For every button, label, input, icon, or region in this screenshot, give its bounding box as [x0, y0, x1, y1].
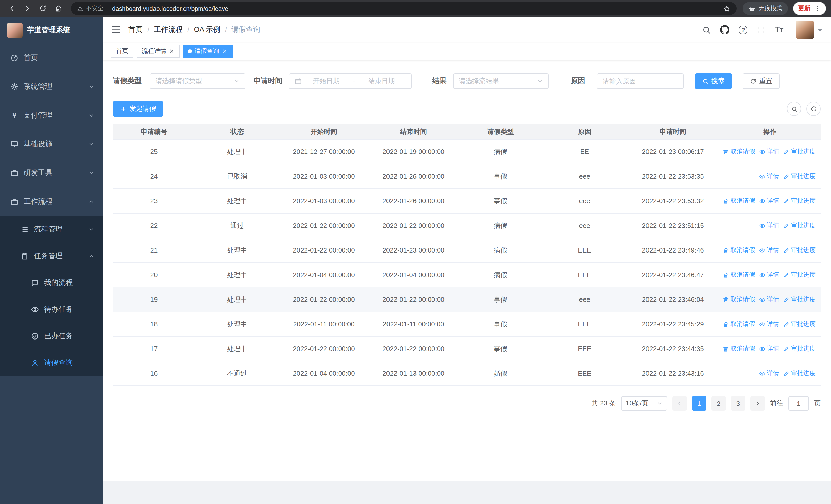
sidebar-item-infra[interactable]: 基础设施	[0, 130, 103, 158]
approval-progress-link[interactable]: 审批进度	[783, 295, 815, 304]
sidebar-item-done-tasks[interactable]: 已办任务	[0, 323, 103, 350]
eye-icon	[759, 272, 765, 278]
approval-progress-link[interactable]: 审批进度	[783, 246, 815, 255]
next-page-button[interactable]	[750, 396, 765, 411]
detail-link[interactable]: 详情	[759, 172, 779, 181]
security-indicator[interactable]: 不安全	[77, 5, 104, 12]
font-size-icon[interactable]: TT	[775, 25, 783, 34]
sidebar-item-label: 我的流程	[44, 278, 73, 288]
prev-page-button[interactable]	[672, 396, 687, 411]
goto-page-input[interactable]	[789, 396, 809, 411]
refresh-table-button[interactable]	[806, 101, 821, 116]
user-menu[interactable]	[796, 21, 823, 39]
tab-leave-query[interactable]: 请假查询	[183, 45, 232, 58]
browser-update-menu-button[interactable]: 更新	[793, 2, 826, 15]
leave-type-select[interactable]: 请选择请假类型	[150, 73, 245, 89]
filter-label: 申请时间	[254, 77, 282, 86]
tab-home[interactable]: 首页	[111, 45, 134, 58]
detail-link[interactable]: 详情	[759, 270, 779, 279]
create-leave-button[interactable]: 发起请假	[113, 101, 163, 117]
approval-progress-link[interactable]: 审批进度	[783, 172, 815, 181]
sidebar-item-leave-query[interactable]: 请假查询	[0, 350, 103, 376]
sidebar-item-task-mgmt[interactable]: 任务管理	[0, 243, 103, 269]
reason-input[interactable]	[597, 73, 684, 89]
cell-end-time: 2022-01-26 00:00:00	[369, 197, 458, 205]
breadcrumb-item[interactable]: 工作流程	[154, 25, 183, 34]
approval-progress-link[interactable]: 审批进度	[783, 147, 815, 156]
approval-progress-link[interactable]: 审批进度	[783, 369, 815, 378]
approval-progress-link[interactable]: 审批进度	[783, 221, 815, 230]
cell-id: 20	[113, 271, 195, 279]
browser-back-button[interactable]	[5, 2, 19, 15]
detail-link[interactable]: 详情	[759, 345, 779, 353]
cancel-leave-link[interactable]: 取消请假	[723, 147, 755, 156]
cell-end-time: 2022-01-19 00:00:00	[369, 148, 458, 155]
cancel-leave-link[interactable]: 取消请假	[723, 246, 755, 255]
page-button-1[interactable]: 1	[692, 396, 706, 411]
page-size-select[interactable]: 10条/页	[621, 396, 667, 411]
sidebar-item-todo-tasks[interactable]: 待办任务	[0, 296, 103, 323]
cell-end-time: 2022-01-26 00:00:00	[369, 173, 458, 180]
detail-link[interactable]: 详情	[759, 246, 779, 255]
detail-link[interactable]: 详情	[759, 369, 779, 378]
op-label: 详情	[767, 369, 779, 378]
cancel-leave-link[interactable]: 取消请假	[723, 295, 755, 304]
sidebar-item-my-processes[interactable]: 我的流程	[0, 269, 103, 296]
table-row: 17 处理中 2022-01-22 00:00:00 2022-01-22 00…	[113, 337, 821, 361]
main-area: 首页 / 工作流程 / OA 示例 / 请假查询 ? TT	[103, 17, 831, 504]
detail-link[interactable]: 详情	[759, 221, 779, 230]
cancel-leave-link[interactable]: 取消请假	[723, 320, 755, 328]
detail-link[interactable]: 详情	[759, 147, 779, 156]
detail-link[interactable]: 详情	[759, 320, 779, 328]
page-button-2[interactable]: 2	[711, 396, 726, 411]
page-size-value: 10条/页	[626, 399, 648, 408]
detail-link[interactable]: 详情	[759, 295, 779, 304]
breadcrumb-item[interactable]: 首页	[128, 25, 143, 34]
toggle-search-button[interactable]	[787, 101, 801, 116]
date-range-picker[interactable]: 开始日期 - 结束日期	[289, 73, 412, 89]
page-button-3[interactable]: 3	[731, 396, 745, 411]
approval-progress-link[interactable]: 审批进度	[783, 345, 815, 353]
cell-leave-type: 事假	[458, 295, 543, 304]
browser-reload-button[interactable]	[36, 2, 49, 15]
fullscreen-icon[interactable]	[757, 25, 766, 34]
close-icon[interactable]	[169, 48, 174, 54]
close-icon[interactable]	[222, 48, 227, 54]
cancel-leave-link[interactable]: 取消请假	[723, 270, 755, 279]
approval-progress-link[interactable]: 审批进度	[783, 270, 815, 279]
list-icon	[21, 225, 29, 234]
breadcrumb-item[interactable]: OA 示例	[194, 25, 221, 34]
sidebar-item-process-mgmt[interactable]: 流程管理	[0, 216, 103, 243]
approval-progress-link[interactable]: 审批进度	[783, 320, 815, 328]
op-label: 取消请假	[730, 345, 755, 353]
reset-button[interactable]: 重置	[743, 73, 780, 89]
help-icon[interactable]: ?	[739, 25, 748, 34]
cell-end-time: 2022-01-22 00:00:00	[369, 222, 458, 230]
sidebar-item-workflow[interactable]: 工作流程	[0, 187, 103, 216]
browser-home-button[interactable]	[51, 2, 65, 15]
bookmark-star-button[interactable]	[723, 5, 730, 12]
column-header: 结束时间	[369, 127, 458, 136]
address-bar[interactable]: 不安全 dashboard.yudao.iocoder.cn/bpm/oa/le…	[71, 2, 737, 15]
sidebar-item-label: 系统管理	[24, 82, 52, 91]
table-row: 22 通过 2022-01-22 00:00:00 2022-01-22 00:…	[113, 213, 821, 238]
detail-link[interactable]: 详情	[759, 197, 779, 205]
sidebar-item-label: 已办任务	[44, 331, 73, 341]
cancel-leave-link[interactable]: 取消请假	[723, 197, 755, 205]
cancel-leave-link[interactable]: 取消请假	[723, 345, 755, 353]
browser-forward-button[interactable]	[21, 2, 34, 15]
chevron-down-icon	[537, 78, 543, 84]
sidebar-toggle-icon[interactable]	[111, 25, 121, 35]
cell-id: 25	[113, 148, 195, 155]
sidebar-item-home[interactable]: 首页	[0, 43, 103, 72]
column-header: 申请时间	[627, 127, 719, 136]
github-icon[interactable]	[720, 25, 729, 34]
sidebar-item-devtools[interactable]: 研发工具	[0, 158, 103, 187]
result-select[interactable]: 请选择流结果	[453, 73, 549, 89]
tab-process-detail[interactable]: 流程详情	[137, 45, 180, 58]
approval-progress-link[interactable]: 审批进度	[783, 197, 815, 205]
search-button[interactable]: 搜索	[695, 73, 732, 89]
sidebar-item-system[interactable]: 系统管理	[0, 72, 103, 101]
search-icon[interactable]	[703, 25, 711, 34]
sidebar-item-payment[interactable]: ¥ 支付管理	[0, 101, 103, 130]
